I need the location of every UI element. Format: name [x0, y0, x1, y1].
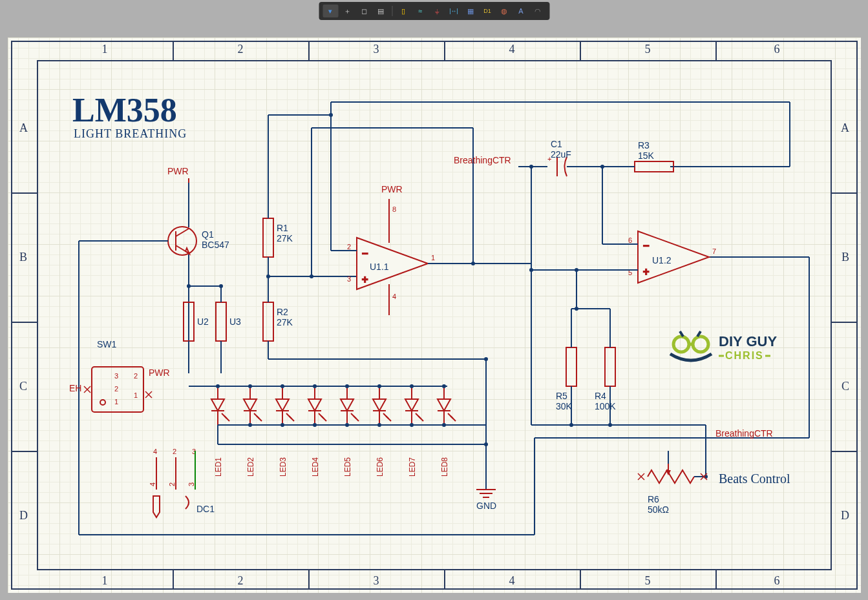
led[interactable]: [438, 384, 456, 425]
svg-marker-141: [211, 399, 224, 411]
svg-rect-102: [605, 347, 615, 386]
svg-text:CHRIS: CHRIS: [725, 350, 764, 361]
filter-tool[interactable]: ▾: [323, 5, 338, 17]
svg-point-40: [484, 357, 488, 361]
svg-point-230: [693, 336, 708, 352]
svg-text:3: 3: [347, 275, 351, 283]
svg-rect-21: [216, 302, 226, 341]
svg-line-194: [450, 416, 456, 421]
svg-text:LED5: LED5: [343, 457, 352, 477]
svg-text:R2: R2: [277, 307, 288, 317]
svg-marker-148: [244, 399, 257, 411]
potentiometer-r6[interactable]: R6 50kΩ: [648, 464, 694, 515]
capacitor-c1[interactable]: + C1 22uF: [547, 139, 571, 176]
svg-text:27K: 27K: [277, 233, 293, 243]
breathing-ctr-label-1: BreathingCTR: [454, 155, 511, 165]
svg-text:R1: R1: [277, 223, 288, 233]
eh-label: EH: [69, 383, 81, 393]
opamp-u1-2[interactable]: − + U1.2 6 5 7: [628, 231, 716, 283]
select-tool[interactable]: ◻: [356, 5, 372, 17]
svg-line-159: [289, 416, 294, 421]
svg-line-2: [176, 229, 189, 236]
svg-point-199: [248, 423, 252, 427]
svg-text:7: 7: [712, 247, 716, 255]
svg-point-153: [248, 384, 252, 388]
text-tool[interactable]: A: [513, 5, 529, 17]
svg-text:DC1: DC1: [196, 504, 215, 514]
led[interactable]: [405, 384, 423, 425]
ground-tool[interactable]: ⏚: [429, 5, 445, 17]
svg-point-109: [608, 423, 612, 427]
led[interactable]: [308, 384, 326, 425]
led[interactable]: [373, 384, 391, 425]
schematic-sheet[interactable]: 1 2 3 4 5 6 1 2 3 4 5 6 A B C D A B C D …: [8, 37, 861, 593]
resistor-r1[interactable]: R1 27K: [263, 218, 293, 257]
svg-point-167: [313, 384, 317, 388]
opamp-u1-1[interactable]: − + U1.1 2 3 1 4: [347, 238, 435, 300]
svg-text:GND: GND: [476, 501, 496, 511]
led[interactable]: [211, 384, 229, 425]
svg-text:22uF: 22uF: [551, 149, 571, 160]
svg-rect-99: [566, 347, 577, 386]
svg-line-152: [257, 416, 262, 421]
svg-point-160: [281, 384, 284, 388]
crosshair-tool[interactable]: ＋: [339, 5, 355, 17]
resistor-r3[interactable]: R3 15K: [635, 140, 673, 172]
beats-control-label: Beats Control: [719, 471, 790, 486]
svg-text:3: 3: [114, 372, 118, 380]
switch-sw1[interactable]: SW1 3 2 1 2 1: [92, 339, 143, 412]
net-tool[interactable]: ≈: [412, 5, 428, 17]
svg-text:8: 8: [392, 205, 396, 213]
svg-point-195: [442, 384, 446, 388]
label-tool[interactable]: D1: [480, 5, 495, 17]
connector-dc1[interactable]: 4 2 3 4 2 3 DC1: [149, 448, 215, 517]
svg-marker-183: [405, 399, 418, 411]
arc-tool[interactable]: ◠: [530, 5, 545, 17]
pwr-label-u1: PWR: [381, 184, 403, 194]
resistor-r4[interactable]: R4 100K: [595, 347, 616, 411]
svg-line-145: [224, 416, 229, 421]
svg-text:Q1: Q1: [202, 229, 214, 240]
svg-point-174: [345, 384, 349, 388]
svg-line-180: [386, 416, 391, 421]
pwr-label-sw1: PWR: [149, 367, 170, 378]
led[interactable]: [276, 384, 294, 425]
svg-text:R6: R6: [648, 494, 659, 504]
svg-point-97: [529, 268, 533, 272]
svg-text:LED3: LED3: [279, 457, 288, 477]
breathing-ctr-label-2: BreathingCTR: [715, 428, 773, 439]
svg-text:+: +: [643, 266, 649, 277]
ground-symbol[interactable]: GND: [476, 444, 496, 511]
svg-point-204: [410, 423, 414, 427]
pwr-label-q1: PWR: [167, 166, 189, 176]
svg-point-188: [410, 384, 414, 388]
svg-text:4: 4: [153, 448, 157, 455]
diy-guy-logo: DIY GUY CHRIS: [670, 331, 777, 361]
measure-tool[interactable]: |↔|: [446, 5, 461, 17]
svg-point-0: [168, 227, 196, 255]
resistor-r2[interactable]: R2 27K: [263, 302, 293, 341]
svg-text:15K: 15K: [638, 150, 655, 161]
svg-text:U3: U3: [229, 316, 241, 327]
svg-rect-31: [263, 302, 273, 341]
transistor-q1[interactable]: Q1 BC547: [168, 227, 229, 255]
svg-marker-162: [308, 399, 321, 411]
svg-point-229: [673, 336, 689, 352]
probe-tool[interactable]: ◍: [496, 5, 512, 17]
led[interactable]: [244, 384, 262, 425]
svg-text:2: 2: [134, 372, 138, 380]
svg-point-108: [569, 423, 573, 427]
component-u3[interactable]: U3: [216, 302, 241, 341]
bus-tool[interactable]: ▦: [463, 5, 478, 17]
svg-text:−: −: [362, 248, 368, 259]
svg-marker-155: [276, 399, 289, 411]
align-tool[interactable]: ▤: [373, 5, 388, 17]
resistor-r5[interactable]: R5 30K: [556, 347, 577, 411]
svg-text:LED8: LED8: [440, 457, 449, 477]
svg-text:R4: R4: [595, 391, 606, 401]
svg-text:6: 6: [628, 236, 632, 244]
component-u2[interactable]: U2: [184, 302, 209, 341]
resistor-tool[interactable]: ▯: [396, 5, 411, 17]
led[interactable]: [341, 384, 359, 425]
svg-text:LED1: LED1: [214, 457, 223, 477]
